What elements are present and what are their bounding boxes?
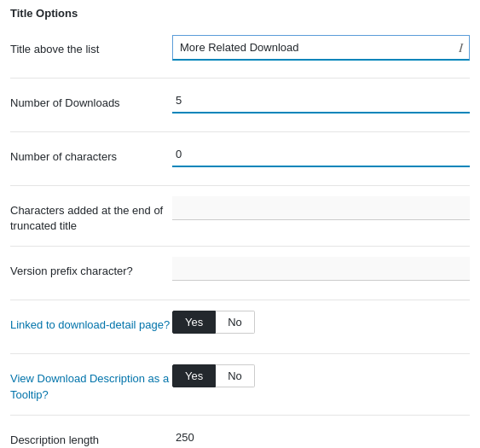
- num-downloads-input[interactable]: [172, 89, 470, 113]
- label-num-downloads: Number of Downloads: [10, 89, 172, 111]
- title-options-panel: Title Options Title above the list 𝐼 Num…: [0, 0, 480, 448]
- field-linked-detail: Yes No: [172, 311, 470, 334]
- num-characters-input[interactable]: [172, 143, 470, 167]
- label-desc-length: Description length: [10, 426, 172, 448]
- title-input-wrapper: 𝐼: [172, 35, 470, 61]
- label-version-prefix: Version prefix character?: [10, 257, 172, 279]
- divider-3: [10, 185, 470, 186]
- divider-4: [10, 246, 470, 247]
- linked-detail-yes-button[interactable]: Yes: [172, 311, 216, 334]
- field-row-title-above: Title above the list 𝐼: [10, 35, 470, 66]
- field-row-chars-end: Characters added at the end of truncated…: [10, 196, 470, 234]
- view-description-link[interactable]: View Download Description as a Tooltip?: [10, 372, 169, 400]
- field-num-downloads: [172, 89, 470, 113]
- divider-1: [10, 78, 470, 79]
- field-chars-end: [172, 196, 470, 220]
- view-description-no-button[interactable]: No: [216, 364, 255, 387]
- label-title-above: Title above the list: [10, 35, 172, 57]
- field-row-num-characters: Number of characters: [10, 143, 470, 173]
- field-version-prefix: [172, 257, 470, 281]
- linked-detail-no-button[interactable]: No: [216, 311, 255, 334]
- field-num-characters: [172, 143, 470, 167]
- divider-6: [10, 353, 470, 354]
- label-chars-end: Characters added at the end of truncated…: [10, 196, 172, 234]
- divider-7: [10, 415, 470, 416]
- field-row-num-downloads: Number of Downloads: [10, 89, 470, 119]
- label-linked-detail: Linked to download-detail page?: [10, 311, 172, 333]
- field-view-description: Yes No: [172, 364, 470, 387]
- field-row-version-prefix: Version prefix character?: [10, 257, 470, 288]
- panel-title: Title Options: [10, 7, 470, 23]
- divider-2: [10, 131, 470, 132]
- field-row-view-description: View Download Description as a Tooltip? …: [10, 364, 470, 402]
- view-description-yes-button[interactable]: Yes: [172, 364, 216, 387]
- label-num-characters: Number of characters: [10, 143, 172, 165]
- version-prefix-input[interactable]: [172, 257, 470, 281]
- field-row-desc-length: Description length: [10, 426, 470, 448]
- linked-detail-link[interactable]: Linked to download-detail page?: [10, 318, 170, 331]
- label-view-description: View Download Description as a Tooltip?: [10, 364, 172, 402]
- desc-length-input[interactable]: [172, 426, 470, 448]
- chars-end-input[interactable]: [172, 196, 470, 220]
- divider-5: [10, 300, 470, 300]
- field-title-above: 𝐼: [172, 35, 470, 61]
- field-desc-length: [172, 426, 470, 448]
- field-row-linked-detail: Linked to download-detail page? Yes No: [10, 311, 470, 341]
- title-above-input[interactable]: [172, 35, 470, 61]
